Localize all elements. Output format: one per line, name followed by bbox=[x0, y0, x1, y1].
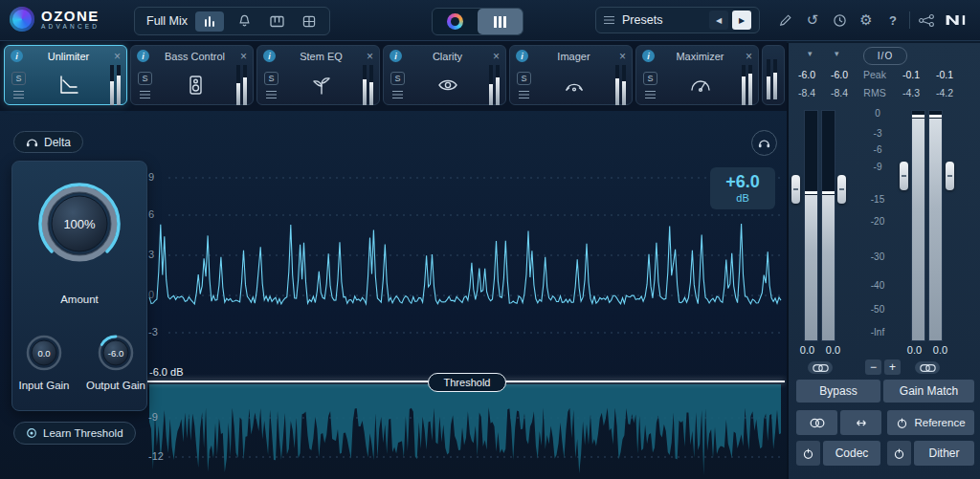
reference-label: Reference bbox=[914, 417, 965, 428]
info-icon[interactable]: i bbox=[263, 50, 276, 62]
history-button[interactable] bbox=[829, 10, 850, 31]
vocals-icon bbox=[237, 14, 252, 28]
keys-segment[interactable] bbox=[264, 11, 289, 32]
output-trim-slider-left[interactable] bbox=[900, 162, 908, 190]
input-trim-slider-left[interactable] bbox=[791, 175, 800, 204]
detailed-view-button[interactable] bbox=[478, 9, 523, 34]
io-toggle[interactable]: I/O bbox=[863, 47, 907, 65]
bypass-button[interactable]: Bypass bbox=[796, 380, 880, 403]
presets-selector[interactable]: Presets ◀ ▶ bbox=[595, 7, 760, 33]
dither-button[interactable]: Dither bbox=[914, 441, 974, 466]
gain-match-button[interactable]: Gain Match bbox=[883, 380, 974, 403]
close-icon[interactable]: × bbox=[619, 51, 626, 62]
module-menu-icon[interactable] bbox=[392, 91, 403, 99]
meter-scale-label: -20 bbox=[861, 216, 894, 227]
help-button[interactable]: ? bbox=[882, 10, 903, 31]
input-gain-knob[interactable]: 0.0 bbox=[23, 332, 65, 374]
ni-logo-icon bbox=[943, 10, 968, 31]
stem-focus-label: Full Mix bbox=[143, 14, 188, 28]
input-link-button[interactable] bbox=[808, 361, 833, 374]
meter-scale-label: -40 bbox=[861, 280, 894, 291]
meter-options-chevron-icon[interactable]: ▾ bbox=[835, 49, 839, 58]
close-icon[interactable]: × bbox=[114, 51, 121, 62]
threshold-handle[interactable]: Threshold bbox=[428, 373, 506, 392]
input-trim-slider-right[interactable] bbox=[837, 175, 846, 204]
settings-gear-button[interactable]: ⚙ bbox=[856, 10, 877, 31]
gain-readout[interactable]: +6.0 dB bbox=[710, 167, 775, 209]
assistant-view-button[interactable] bbox=[433, 9, 478, 34]
stem-focus-selector[interactable]: Full Mix bbox=[134, 7, 330, 35]
module-menu-icon[interactable] bbox=[519, 91, 529, 99]
module-meter bbox=[489, 65, 500, 105]
unlimiter-controls-panel: 100% Amount 0.0 -6.0 Input Gain Output G… bbox=[11, 161, 147, 411]
info-icon[interactable]: i bbox=[390, 50, 402, 62]
solo-button[interactable]: S bbox=[390, 72, 405, 85]
module-card-stem-eq[interactable]: i Stem EQ × S bbox=[256, 45, 380, 105]
edit-pencil-button[interactable] bbox=[775, 10, 796, 31]
axis-label: -3 bbox=[148, 326, 173, 337]
pencil-icon bbox=[779, 13, 792, 27]
axis-label: 0 bbox=[148, 289, 173, 300]
module-menu-icon[interactable] bbox=[140, 91, 150, 99]
module-card-imager[interactable]: i Imager × S bbox=[509, 45, 633, 105]
close-icon[interactable]: × bbox=[367, 51, 373, 62]
codec-button[interactable]: Codec bbox=[823, 441, 880, 466]
rms-in-left: -8.4 bbox=[791, 87, 823, 98]
preset-next-button[interactable]: ▶ bbox=[732, 11, 751, 30]
output-link-button[interactable] bbox=[915, 361, 940, 374]
view-mode-toggle bbox=[432, 8, 523, 35]
stereo-mode-button[interactable] bbox=[796, 410, 837, 435]
output-gain-knob[interactable]: -6.0 bbox=[95, 332, 137, 374]
solo-button[interactable]: S bbox=[11, 72, 26, 85]
full-mix-segment[interactable] bbox=[195, 11, 224, 32]
dither-power-button[interactable] bbox=[887, 441, 911, 466]
gain-plus-button[interactable]: + bbox=[884, 359, 901, 375]
info-icon[interactable]: i bbox=[137, 50, 149, 62]
info-icon[interactable]: i bbox=[642, 50, 655, 62]
module-card-partial[interactable] bbox=[762, 45, 785, 105]
solo-button[interactable]: S bbox=[517, 72, 531, 85]
module-card-clarity[interactable]: i Clarity × S bbox=[383, 45, 506, 105]
module-card-maximizer[interactable]: i Maximizer × S bbox=[635, 45, 759, 105]
link-icon bbox=[920, 363, 936, 373]
solo-listen-button[interactable] bbox=[751, 130, 777, 156]
input-offset-left: 0.0 bbox=[800, 344, 814, 356]
solo-button[interactable]: S bbox=[138, 72, 152, 85]
learn-threshold-button[interactable]: Learn Threshold bbox=[13, 422, 136, 445]
meter-scale-label: -9 bbox=[861, 162, 894, 172]
stereo-width-button[interactable] bbox=[840, 410, 881, 435]
codec-power-button[interactable] bbox=[796, 441, 820, 466]
info-icon[interactable]: i bbox=[516, 50, 528, 62]
preset-prev-button[interactable]: ◀ bbox=[709, 11, 728, 30]
vocals-segment[interactable] bbox=[232, 11, 256, 32]
input-meter-left bbox=[804, 110, 818, 341]
delta-button[interactable]: Delta bbox=[13, 131, 83, 153]
module-card-unlimiter[interactable]: i Unlimiter × S bbox=[4, 45, 127, 105]
close-icon[interactable]: × bbox=[493, 51, 500, 62]
link-icon bbox=[813, 363, 829, 373]
power-icon bbox=[896, 417, 908, 429]
axis-label: 6 bbox=[148, 208, 173, 220]
module-menu-icon[interactable] bbox=[266, 91, 277, 99]
undo-button[interactable]: ↺ bbox=[802, 10, 823, 31]
module-menu-icon[interactable] bbox=[645, 91, 656, 99]
module-name: Imager bbox=[532, 51, 615, 62]
solo-button[interactable]: S bbox=[643, 72, 657, 85]
meter-options-chevron-icon[interactable]: ▾ bbox=[808, 49, 813, 58]
module-name: Stem EQ bbox=[279, 51, 363, 62]
module-card-bass-control[interactable]: i Bass Control × S bbox=[130, 45, 254, 105]
learn-threshold-label: Learn Threshold bbox=[43, 427, 123, 439]
info-icon[interactable]: i bbox=[11, 50, 23, 62]
close-icon[interactable]: × bbox=[240, 51, 247, 62]
reference-button[interactable]: Reference bbox=[887, 410, 974, 435]
close-icon[interactable]: × bbox=[746, 51, 752, 62]
drums-segment[interactable] bbox=[297, 11, 322, 32]
amount-knob[interactable]: 100% bbox=[38, 183, 121, 265]
output-trim-slider-right[interactable] bbox=[946, 162, 954, 190]
peak-out-left: -0.1 bbox=[894, 69, 928, 80]
gain-minus-button[interactable]: − bbox=[865, 359, 881, 375]
signal-chain-button[interactable] bbox=[916, 10, 937, 31]
assistant-icon bbox=[447, 13, 463, 30]
module-menu-icon[interactable] bbox=[13, 91, 24, 99]
solo-button[interactable]: S bbox=[264, 72, 278, 85]
